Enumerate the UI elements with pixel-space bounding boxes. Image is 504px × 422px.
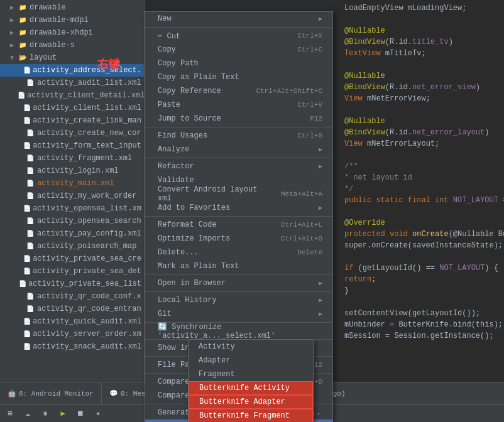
tree-item-label: activity_client_list.xml [33,104,141,112]
submenu-item-fragment[interactable]: Fragment [189,367,313,381]
menu-item-delete[interactable]: Delete... Delete [145,246,332,259]
tree-item-label: activity_pay_config.xml [37,229,141,238]
code-line: @BindView(R.id.net_error_view) [344,82,499,93]
submenu-item-butterknife-adapter[interactable]: Butterknife Adapter [189,395,313,409]
menu-item-label: Find Usages [158,131,207,140]
menu-item-copy-reference[interactable]: Copy Reference Ctrl+Alt+Shift+C [145,84,332,98]
menu-item-convert-layout[interactable]: Convert Android layout xml Meta+Alt+A [145,187,332,201]
tree-item-activity-opensea-list[interactable]: 📄 activity_opensea_list.xm [0,202,144,215]
tree-item-activity-main[interactable]: 📄 activity_main.xml [0,177,144,190]
menu-item-reformat[interactable]: Reformat Code Ctrl+Alt+L [145,218,332,232]
submenu-item-label: Butterknife Fragment [199,411,290,420]
tree-item-label: activity_client_detail.xml [27,91,145,100]
toolbar-btn-star[interactable]: ✦ [90,407,106,421]
tree-item-activity-client-list[interactable]: 📄 activity_client_list.xml [0,102,144,114]
menu-item-optimize-imports[interactable]: Optimize Imports Ctrl+Alt+O [145,232,332,246]
tree-item-activity-create-link[interactable]: 📄 activity_create_link_man [0,114,144,127]
tree-item-activity-fragment[interactable]: 📄 activity_fragment.xml [0,152,144,165]
toolbar-btn-settings[interactable]: ✱ [38,407,53,421]
tree-item-activity-private-sea-list[interactable]: 📄 activity_private_sea_list [0,278,144,290]
status-tab-android-monitor[interactable]: 🤖 6: Android Monitor [0,382,102,404]
tree-item-activity-private-sea-det[interactable]: 📄 activity_private_sea_det [0,265,144,278]
tree-item-activity-audit-list[interactable]: 📄 activity_audit_list.xml [0,77,144,89]
tree-item-activity-server-order[interactable]: 📄 activity_server_order.xm [0,328,144,340]
toolbar-btn-stop[interactable]: ⏹ [73,407,88,421]
menu-item-label: 🔄 Synchronize 'activity_a..._select.xml' [158,322,322,340]
submenu-item-label: Adapter [199,356,230,365]
code-line [344,251,499,262]
tree-item-activity-poisearch[interactable]: 📄 activity_poisearch_map [0,240,144,252]
menu-item-find-usages[interactable]: Find Usages Ctrl+G [145,129,332,143]
menu-item-copy-path[interactable]: Copy Path [145,57,332,70]
menu-separator [145,274,332,275]
xml-file-icon: 📄 [23,267,31,276]
menu-item-label: Open in Browser [158,279,226,288]
tree-item-activity-create-new[interactable]: 📄 activity_create_new_cor [0,127,144,139]
tree-item-activity-login[interactable]: 📄 activity_login.xml [0,165,144,177]
menu-item-new[interactable]: New ▶ [145,12,332,26]
submenu-item-butterknife-fragment[interactable]: Butterknife Fragment [189,409,313,422]
tree-item-label: activity_opensea_list.xm [33,204,141,213]
tree-item-activity-qr-code-conf[interactable]: 📄 activity_qr_code_conf.x [0,290,144,303]
code-line: return; [344,274,499,285]
tree-item-drawable-mdpi[interactable]: ▶ 📁 drawable-mdpi [0,14,144,26]
code-line [344,296,499,308]
menu-item-copy[interactable]: Copy Ctrl+C [145,43,332,57]
code-line [344,206,499,217]
menu-item-cut[interactable]: ✂ Cut Ctrl+X [145,29,332,43]
submenu-item-label: Butterknife Activity [199,384,290,392]
menu-item-analyze[interactable]: Analyze ▶ [145,143,332,156]
menu-item-mark-plain[interactable]: Mark as Plain Text [145,259,332,273]
xml-file-icon: 📄 [25,305,35,313]
toolbar-btn-cloud[interactable]: ☁ [20,407,35,421]
toolbar-btn-run[interactable]: ▶ [55,407,70,421]
tree-item-activity-opensea-search[interactable]: 📄 activity_opensea_search [0,215,144,227]
tree-item-drawable-xhdpi[interactable]: ▶ 📁 drawable-xhdpi [0,26,144,39]
tree-item-activity-pay-config[interactable]: 📄 activity_pay_config.xml [0,227,144,240]
tree-item-activity-qr-code-entran[interactable]: 📄 activity_qr_code_entran [0,303,144,315]
menu-item-add-favorites[interactable]: Add to Favorites ▶ [145,201,332,215]
android-icon: 🤖 [8,389,16,398]
menu-item-git[interactable]: Git ▶ [145,307,332,321]
tree-item-activity-quick-audit[interactable]: 📄 activity_quick_audit.xml [0,315,144,328]
tree-item-label: activity_qr_code_conf.x [37,292,141,301]
submenu-item-activity[interactable]: Activity [189,340,313,354]
tree-item-activity-client-detail[interactable]: 📄 activity_client_detail.xml [0,89,144,102]
tree-item-activity-snack-audit[interactable]: 📄 activity_snack_audit.xml [0,340,144,353]
code-line: View mNetErrorLayout; [344,138,499,149]
menu-shortcut: Ctrl+C [297,46,322,53]
code-line: @Override [344,217,499,229]
menu-item-synchronize[interactable]: 🔄 Synchronize 'activity_a..._select.xml' [145,324,332,338]
menu-separator [145,27,332,28]
tree-item-drawable-s[interactable]: ▶ 📁 drawable-s [0,39,144,51]
tree-item-activity-address-select[interactable]: 📄 activity_address_select. [0,64,144,77]
submenu-item-butterknife-activity[interactable]: Butterknife Activity [189,381,313,395]
submenu-item-adapter[interactable]: Adapter [189,354,313,367]
menu-item-open-browser[interactable]: Open in Browser ▶ [145,276,332,290]
menu-item-label: New [158,14,172,23]
tree-arrow: ▼ [10,55,18,62]
tree-item-activity-form-text[interactable]: 📄 activity_form_text_input [0,139,144,152]
tree-item-activity-private-sea-cre[interactable]: 📄 activity_private_sea_cre [0,252,144,265]
menu-item-copy-plain[interactable]: Copy as Plain Text [145,70,332,84]
menu-item-jump-source[interactable]: Jump to Source F12 [145,112,332,126]
code-line [344,149,499,161]
code-line: public static final int NOT_LAYOUT = 0; [344,195,499,206]
menu-item-label: Copy Reference [158,87,221,95]
menu-item-local-history[interactable]: Local History ▶ [145,293,332,307]
code-line [344,14,499,25]
code-line: LoadEmptyView mLoadingView; [344,3,499,14]
tree-item-layout[interactable]: ▼ 📂 layout [0,51,144,64]
file-tree-panel: ▶ 📁 drawable ▶ 📁 drawable-mdpi ▶ 📁 drawa… [0,0,145,383]
menu-item-refactor[interactable]: Refactor ▶ [145,160,332,173]
toolbar-btn-grid[interactable]: ⊞ [3,407,18,421]
tree-item-drawable[interactable]: ▶ 📁 drawable [0,1,144,14]
tree-item-label: activity_snack_audit.xml [33,342,141,351]
code-line: View mNetErrorView; [344,93,499,104]
tree-item-label: activity_create_link_man [33,116,141,125]
menu-item-paste[interactable]: Paste Ctrl+V [145,98,332,112]
xml-file-icon: 📄 [25,78,35,87]
menu-item-label: Analyze [158,145,189,154]
tree-item-label: layout [30,53,57,62]
tree-item-activity-my-work[interactable]: 📄 activity_my_work_order [0,190,144,202]
